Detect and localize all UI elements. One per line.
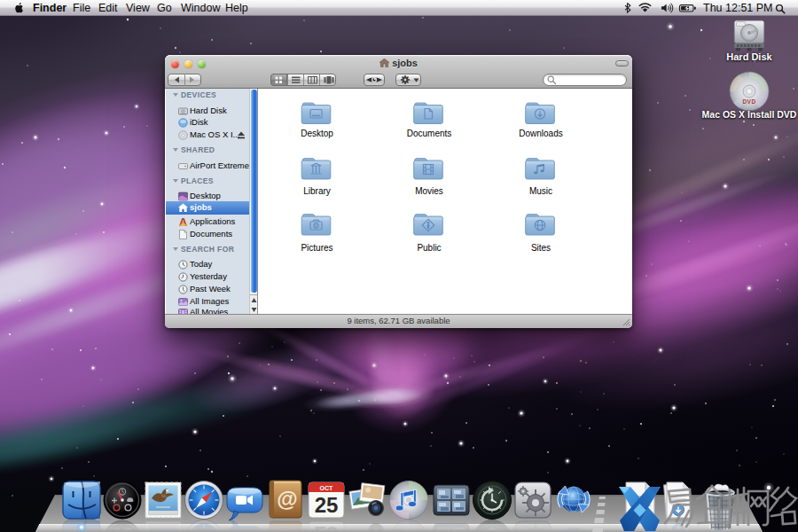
svg-text:OCT: OCT xyxy=(320,485,334,491)
svg-text:@: @ xyxy=(277,487,297,511)
svg-text:DVD: DVD xyxy=(742,98,755,105)
svg-text:25: 25 xyxy=(315,493,339,517)
